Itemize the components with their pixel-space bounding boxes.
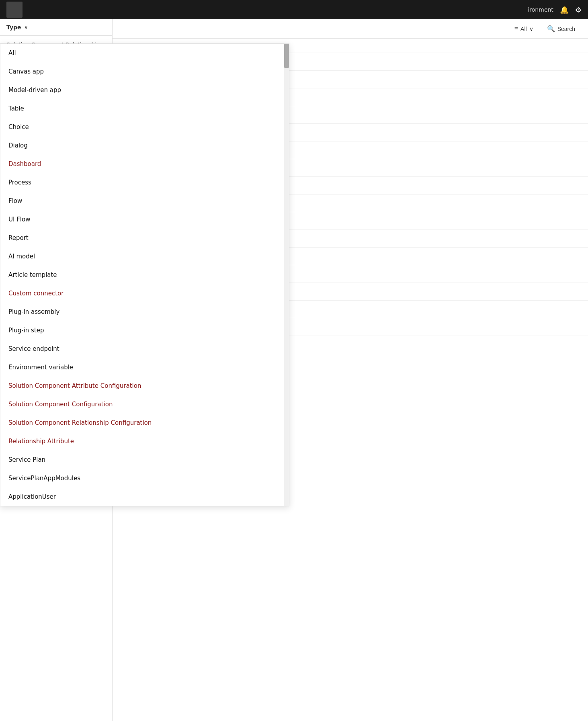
scrollbar-track[interactable] — [284, 44, 289, 506]
filter-chevron-icon: ∨ — [529, 26, 533, 32]
environment-label: ironment — [528, 6, 553, 13]
dropdown-item[interactable]: Plug-in assembly — [0, 303, 289, 321]
dropdown-item[interactable]: Report — [0, 229, 289, 247]
type-dropdown: AllCanvas appModel-driven appTableChoice… — [0, 43, 289, 506]
search-magnify-icon: 🔍 — [547, 25, 555, 33]
dropdown-item[interactable]: Model-driven app — [0, 81, 289, 99]
settings-icon[interactable]: ⚙ — [575, 6, 582, 14]
dropdown-item[interactable]: Solution Component Attribute Configurati… — [0, 377, 289, 395]
dropdown-item[interactable]: UI Flow — [0, 210, 289, 229]
dropdown-item[interactable]: ApplicationUser — [0, 487, 289, 506]
search-label: Search — [557, 26, 575, 32]
notification-icon[interactable]: 🔔 — [560, 6, 569, 14]
filter-lines-icon: ≡ — [514, 25, 518, 33]
type-filter-row[interactable]: Type ∨ — [0, 19, 112, 36]
dropdown-items-list: AllCanvas appModel-driven appTableChoice… — [0, 44, 289, 506]
dropdown-item[interactable]: Service Plan — [0, 451, 289, 469]
scrollbar-thumb[interactable] — [284, 44, 289, 68]
dropdown-item[interactable]: Environment variable — [0, 358, 289, 377]
app-logo — [6, 2, 23, 18]
dropdown-item[interactable]: Article template — [0, 266, 289, 284]
dropdown-item[interactable]: Service endpoint — [0, 340, 289, 358]
type-filter-label: Type — [6, 24, 21, 31]
dropdown-item[interactable]: ServicePlanAppModules — [0, 469, 289, 487]
header-right: ironment 🔔 ⚙ — [528, 6, 582, 14]
filter-all-button[interactable]: ≡ All ∨ — [510, 23, 537, 35]
dropdown-item[interactable]: Table — [0, 99, 289, 118]
dropdown-item[interactable]: Choice — [0, 118, 289, 136]
dropdown-item[interactable]: Custom connector — [0, 284, 289, 303]
dropdown-item[interactable]: Dialog — [0, 136, 289, 155]
dropdown-item[interactable]: Solution Component Configuration — [0, 395, 289, 414]
dropdown-item[interactable]: AI model — [0, 247, 289, 266]
filter-search-bar: ≡ All ∨ 🔍 Search — [113, 19, 588, 39]
dropdown-item[interactable]: Solution Component Relationship Configur… — [0, 414, 289, 432]
app-header: ironment 🔔 ⚙ — [0, 0, 588, 19]
dropdown-item[interactable]: Plug-in step — [0, 321, 289, 340]
dropdown-item[interactable]: All — [0, 44, 289, 62]
filter-all-label: All — [520, 26, 527, 32]
dropdown-item[interactable]: Flow — [0, 192, 289, 210]
dropdown-item[interactable]: Canvas app — [0, 62, 289, 81]
dropdown-item[interactable]: Relationship Attribute — [0, 432, 289, 451]
header-left — [6, 2, 23, 18]
search-button[interactable]: 🔍 Search — [542, 23, 580, 35]
type-chevron-icon: ∨ — [25, 25, 28, 30]
dropdown-item[interactable]: Dashboard — [0, 155, 289, 173]
dropdown-item[interactable]: Process — [0, 173, 289, 192]
main-content: Type ∨ Solution Component RelationshipAp… — [0, 19, 588, 721]
